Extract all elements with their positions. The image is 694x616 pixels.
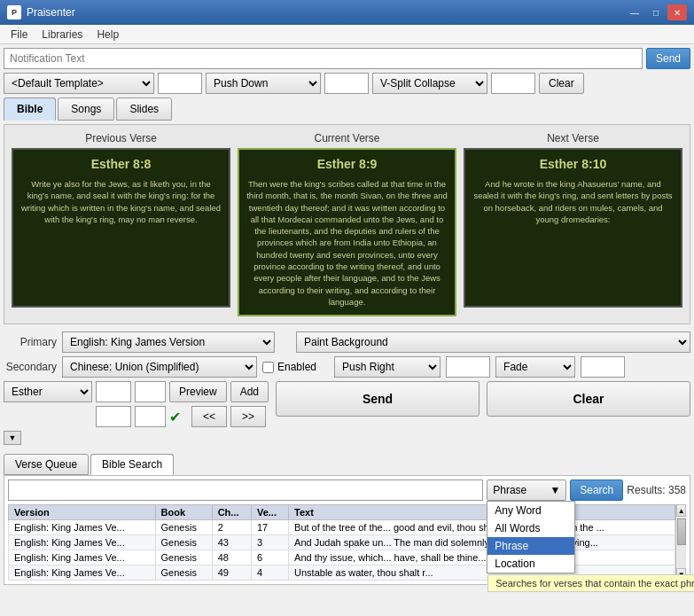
cell-version: English: King James Ve... bbox=[9, 550, 156, 565]
secondary-bible-select[interactable]: Chinese: Union (Simplified) bbox=[62, 356, 257, 378]
scrollbar[interactable]: ▲ ▼ bbox=[675, 504, 686, 581]
cell-book: Genesis bbox=[155, 520, 212, 535]
maximize-button[interactable]: □ bbox=[646, 4, 666, 20]
prev-verse-card[interactable]: Esther 8:8 Write ye also for the Jews, a… bbox=[12, 148, 230, 308]
tab-songs[interactable]: Songs bbox=[58, 97, 114, 121]
clear-button[interactable]: Clear bbox=[539, 73, 584, 94]
notification-row: Send bbox=[4, 48, 690, 69]
dropdown-all-words[interactable]: All Words bbox=[487, 519, 574, 537]
next-verse-card[interactable]: Esther 8:10 And he wrote in the king Aha… bbox=[464, 148, 682, 308]
push-right-time-input[interactable]: 400 bbox=[446, 356, 490, 378]
scroll-thumb[interactable] bbox=[677, 519, 686, 545]
split-time-input[interactable]: 300 bbox=[491, 73, 535, 94]
next-verse-ref: Esther 8:10 bbox=[540, 157, 606, 171]
tab-bible[interactable]: Bible bbox=[4, 97, 56, 121]
verse-area: Previous Verse Esther 8:8 Write ye also … bbox=[4, 124, 690, 324]
search-area: test Phrase ▼ Any Word All Words Phrase … bbox=[4, 475, 690, 585]
transition-select[interactable]: Push Down bbox=[206, 73, 321, 94]
results-count: Results: 358 bbox=[627, 484, 686, 496]
titlebar: P Praisenter — □ ✕ bbox=[0, 0, 694, 25]
prev-verse-col: Previous Verse Esther 8:8 Write ye also … bbox=[12, 132, 230, 316]
col-version: Version bbox=[9, 505, 156, 520]
phrase-select-label: Phrase bbox=[493, 484, 526, 496]
prev-nav-button[interactable]: << bbox=[191, 406, 227, 427]
col-text: Text bbox=[289, 505, 675, 520]
enabled-checkbox-label: Enabled bbox=[262, 361, 316, 373]
secondary-row: Secondary Chinese: Union (Simplified) En… bbox=[4, 356, 690, 378]
phrase-dropdown-container: Phrase ▼ Any Word All Words Phrase Locat… bbox=[487, 480, 566, 501]
cell-book: Genesis bbox=[155, 535, 212, 550]
transition-time-input[interactable]: 400 bbox=[324, 73, 369, 94]
chapter-input[interactable]: 8 bbox=[96, 381, 131, 402]
split-select[interactable]: V-Split Collapse bbox=[372, 73, 487, 94]
scroll-up-button[interactable]: ▲ bbox=[676, 504, 686, 517]
prev-verse-label: Previous Verse bbox=[12, 132, 230, 144]
curr-verse-card[interactable]: Esther 8:9 Then were the king's scribes … bbox=[238, 148, 456, 316]
verse2-input[interactable]: 17 bbox=[135, 406, 166, 427]
menu-file[interactable]: File bbox=[4, 27, 35, 43]
curr-verse-text: Then were the king's scribes called at t… bbox=[246, 178, 448, 308]
bible-send-button[interactable]: Send bbox=[276, 381, 480, 417]
tab-bible-search[interactable]: Bible Search bbox=[90, 454, 174, 475]
minimize-button[interactable]: — bbox=[625, 4, 644, 20]
search-input[interactable]: test bbox=[8, 480, 483, 501]
cell-ve: 17 bbox=[251, 520, 288, 535]
primary-bible-select[interactable]: English: King James Version bbox=[62, 331, 275, 353]
prev-verse-text: Write ye also for the Jews, as it liketh… bbox=[20, 178, 222, 225]
expand-button[interactable]: ▼ bbox=[4, 431, 21, 445]
dropdown-location[interactable]: Location bbox=[487, 555, 574, 573]
verse-input[interactable]: 9 bbox=[135, 381, 166, 402]
cell-text: And thy issue, which... have, shall be t… bbox=[289, 550, 675, 565]
verse-columns: Previous Verse Esther 8:8 Write ye also … bbox=[12, 132, 682, 316]
template-select[interactable]: <Default Template> bbox=[4, 73, 154, 94]
push-right-select[interactable]: Push Right bbox=[334, 356, 441, 378]
search-row: test Phrase ▼ Any Word All Words Phrase … bbox=[8, 480, 686, 501]
curr-verse-col: Current Verse Esther 8:9 Then were the k… bbox=[238, 132, 456, 316]
cell-version: English: King James Ve... bbox=[9, 565, 156, 581]
phrase-dropdown-arrow: ▼ bbox=[550, 484, 560, 496]
enabled-label: Enabled bbox=[277, 361, 316, 373]
secondary-label: Secondary bbox=[4, 361, 57, 373]
col-book: Book bbox=[155, 505, 212, 520]
nav-row-2: 10 17 ✔ << >> bbox=[4, 406, 269, 427]
bottom-tab-bar: Verse Queue Bible Search bbox=[4, 454, 690, 475]
menu-help[interactable]: Help bbox=[90, 27, 126, 43]
cell-version: English: King James Ve... bbox=[9, 535, 156, 550]
app-title: Praisenter bbox=[27, 6, 625, 19]
bible-clear-button[interactable]: Clear bbox=[487, 381, 690, 417]
cell-text: And Judah spake un... The man did solemn… bbox=[289, 535, 675, 550]
preview-button[interactable]: Preview bbox=[169, 381, 227, 402]
cell-ch: 48 bbox=[212, 550, 251, 565]
dropdown-phrase[interactable]: Phrase bbox=[487, 537, 574, 555]
primary-row: Primary English: King James Version Pain… bbox=[4, 331, 690, 353]
dropdown-any-word[interactable]: Any Word bbox=[487, 502, 574, 519]
fade-time-input[interactable]: 300 bbox=[581, 356, 625, 378]
search-button[interactable]: Search bbox=[570, 480, 623, 501]
notification-send-button[interactable]: Send bbox=[646, 48, 690, 69]
close-button[interactable]: ✕ bbox=[667, 4, 687, 20]
next-nav-button[interactable]: >> bbox=[230, 406, 266, 427]
phrase-select-button[interactable]: Phrase ▼ bbox=[487, 480, 566, 501]
fade-select[interactable]: Fade bbox=[495, 356, 575, 378]
enabled-checkbox[interactable] bbox=[262, 362, 274, 373]
cell-version: English: King James Ve... bbox=[9, 520, 156, 535]
book-select[interactable]: Esther bbox=[4, 381, 92, 402]
cell-text: But of the tree of the... good and evil,… bbox=[289, 520, 675, 535]
next-verse-text: And he wrote in the king Ahasuerus' name… bbox=[472, 178, 674, 225]
paint-background-select[interactable]: Paint Background bbox=[296, 331, 690, 353]
col-ve: Ve... bbox=[251, 505, 288, 520]
menu-libraries[interactable]: Libraries bbox=[35, 27, 90, 43]
cell-book: Genesis bbox=[155, 565, 212, 581]
curr-verse-label: Current Verse bbox=[238, 132, 456, 144]
duration-input[interactable]: 5000 bbox=[158, 73, 202, 94]
cell-ve: 6 bbox=[251, 550, 288, 565]
notification-input[interactable] bbox=[4, 48, 643, 69]
col-ch: Ch... bbox=[212, 505, 251, 520]
add-button[interactable]: Add bbox=[230, 381, 269, 402]
cell-ve: 4 bbox=[251, 565, 288, 581]
curr-verse-ref: Esther 8:9 bbox=[317, 157, 378, 171]
tab-slides[interactable]: Slides bbox=[116, 97, 172, 121]
tab-verse-queue[interactable]: Verse Queue bbox=[4, 454, 89, 475]
chapter2-input[interactable]: 10 bbox=[96, 406, 131, 427]
main-window: Send <Default Template> 5000 Push Down 4… bbox=[0, 44, 694, 589]
